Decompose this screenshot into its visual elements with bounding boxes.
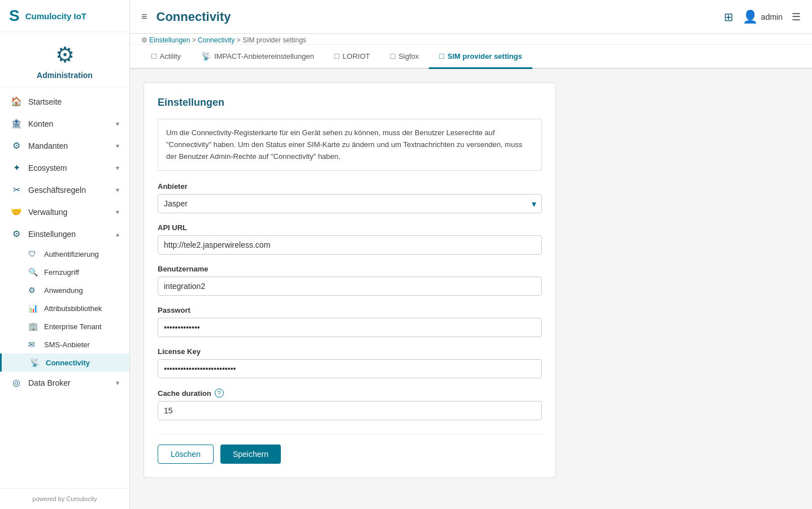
tab-loriot[interactable]: □ LORIOT	[324, 45, 380, 69]
chevron-down-icon: ▾	[116, 379, 119, 387]
chevron-down-icon: ▾	[116, 164, 119, 172]
connectivity-icon: 📡	[30, 358, 41, 367]
sidebar-item-label: Mandanten	[28, 141, 68, 150]
sidebar-sub-label: Fernzugriff	[44, 268, 79, 277]
grid-icon[interactable]: ⊞	[724, 10, 733, 24]
tab-label: Sigfox	[398, 52, 419, 61]
cache-duration-label-row: Cache duration ?	[158, 389, 542, 398]
benutzername-input[interactable]	[158, 277, 542, 296]
lines-icon[interactable]: ☰	[792, 11, 801, 23]
search-icon: 🔍	[28, 268, 40, 277]
speichern-button[interactable]: Speichern	[220, 445, 281, 464]
building-icon: 🏢	[28, 322, 40, 331]
help-icon[interactable]: ?	[215, 389, 224, 398]
breadcrumb-einstellungen[interactable]: Einstellungen	[149, 36, 190, 44]
api-url-group: API URL	[158, 223, 542, 255]
sidebar-sub-label: SMS-Anbieter	[44, 340, 90, 349]
username-label: admin	[761, 12, 783, 21]
page-content: Einstellungen Um die Connectivity-Regist…	[130, 69, 812, 509]
sidebar-item-anwendung[interactable]: ⚙ Anwendung	[0, 281, 129, 299]
sidebar-item-einstellungen[interactable]: ⚙ Einstellungen ▴	[0, 223, 129, 245]
logo-letter: S	[9, 7, 20, 25]
sidebar-item-label: Startseite	[28, 97, 62, 106]
header-right: ⊞ 👤 admin ☰	[724, 10, 801, 24]
anbieter-label: Anbieter	[158, 182, 542, 191]
sidebar-item-konten[interactable]: 🏦 Konten ▾	[0, 113, 129, 135]
top-header: ≡ Connectivity ⊞ 👤 admin ☰	[130, 0, 812, 34]
sidebar-item-startseite[interactable]: 🏠 Startseite	[0, 90, 129, 113]
anbieter-group: Anbieter Jasper Ericsson Comarch ▾	[158, 182, 542, 213]
tab-actility[interactable]: □ Actility	[141, 45, 191, 69]
tab-impact[interactable]: 📡 IMPACT-Anbietereinstellungen	[191, 45, 324, 69]
license-key-label: License Key	[158, 347, 542, 356]
anbieter-select[interactable]: Jasper Ericsson Comarch	[158, 194, 542, 213]
passwort-label: Passwort	[158, 306, 542, 314]
api-url-input[interactable]	[158, 235, 542, 255]
benutzername-group: Benutzername	[158, 265, 542, 296]
sidebar-logo[interactable]: S Cumulocity IoT	[0, 0, 129, 32]
license-key-group: License Key	[158, 347, 542, 378]
sidebar-footer: powered by Cumulocity	[0, 488, 129, 509]
tabs-bar: □ Actility 📡 IMPACT-Anbietereinstellunge…	[130, 45, 812, 69]
sidebar-item-connectivity[interactable]: 📡 Connectivity	[0, 353, 129, 372]
actility-tab-icon: □	[151, 51, 156, 61]
sidebar-sub-label: Enterprise Tenant	[44, 322, 102, 331]
sidebar-item-enterprise-tenant[interactable]: 🏢 Enterprise Tenant	[0, 317, 129, 335]
main-area: ≡ Connectivity ⊞ 👤 admin ☰ ⚙ Einstellung…	[130, 0, 812, 509]
chevron-up-icon: ▴	[116, 230, 119, 238]
content-card: Einstellungen Um die Connectivity-Regist…	[144, 83, 556, 478]
breadcrumb: ⚙ Einstellungen > Connectivity > SIM pro…	[130, 34, 812, 45]
sim-provider-tab-icon: □	[439, 51, 444, 61]
home-icon: 🏠	[10, 96, 23, 107]
gear-breadcrumb-icon: ⚙	[141, 36, 149, 44]
sidebar-item-label: Einstellungen	[28, 230, 76, 239]
tab-label: IMPACT-Anbietereinstellungen	[214, 52, 314, 61]
sidebar-item-label: Data Broker	[28, 378, 71, 387]
tab-sim-provider[interactable]: □ SIM provider settings	[429, 45, 532, 69]
chevron-down-icon: ▾	[116, 142, 119, 150]
passwort-group: Passwort	[158, 306, 542, 337]
tab-sigfox[interactable]: □ Sigfox	[380, 45, 429, 69]
user-avatar-icon: 👤	[742, 10, 758, 24]
sidebar-item-authentifizierung[interactable]: 🛡 Authentifizierung	[0, 245, 129, 263]
sidebar-item-label: Konten	[28, 119, 53, 128]
geschaeftsregeln-icon: ✂	[10, 184, 23, 195]
tab-label: Actility	[159, 52, 181, 61]
sidebar-sub-label: Anwendung	[44, 286, 83, 295]
user-menu[interactable]: 👤 admin	[742, 10, 783, 24]
cache-duration-label: Cache duration	[158, 389, 211, 398]
data-broker-icon: ◎	[10, 377, 23, 388]
loriot-tab-icon: □	[335, 51, 339, 61]
license-key-input[interactable]	[158, 359, 542, 378]
sigfox-tab-icon: □	[390, 51, 395, 61]
sidebar-item-sms-anbieter[interactable]: ✉ SMS-Anbieter	[0, 335, 129, 353]
section-title: Einstellungen	[158, 97, 542, 109]
sidebar-item-data-broker[interactable]: ◎ Data Broker ▾	[0, 372, 129, 394]
sidebar-admin-section: ⚙ Administration	[0, 32, 129, 87]
sidebar-item-ecosystem[interactable]: ✦ Ecosystem ▾	[0, 157, 129, 179]
sidebar-nav: 🏠 Startseite 🏦 Konten ▾ ⚙ Mandanten ▾ ✦ …	[0, 87, 129, 488]
anbieter-select-wrapper: Jasper Ericsson Comarch ▾	[158, 194, 542, 213]
verwaltung-icon: 🤝	[10, 206, 23, 217]
hamburger-menu-icon[interactable]: ≡	[141, 11, 147, 23]
sidebar-item-mandanten[interactable]: ⚙ Mandanten ▾	[0, 135, 129, 157]
logo-text: Cumulocity IoT	[25, 11, 86, 21]
chevron-down-icon: ▾	[116, 186, 119, 194]
page-title: Connectivity	[157, 10, 724, 24]
loeschen-button[interactable]: Löschen	[158, 445, 214, 464]
info-text: Um die Connectivity-Registerkarte für ei…	[166, 128, 522, 161]
breadcrumb-connectivity[interactable]: Connectivity	[198, 36, 235, 44]
cache-duration-input[interactable]	[158, 401, 542, 420]
sidebar: S Cumulocity IoT ⚙ Administration 🏠 Star…	[0, 0, 130, 509]
passwort-input[interactable]	[158, 318, 542, 337]
sidebar-item-label: Verwaltung	[28, 208, 67, 217]
shield-icon: 🛡	[28, 249, 40, 258]
sidebar-item-geschaeftsregeln[interactable]: ✂ Geschäftsregeln ▾	[0, 179, 129, 201]
mail-icon: ✉	[28, 340, 40, 349]
cache-duration-group: Cache duration ?	[158, 389, 542, 420]
sidebar-item-attributsbibliothek[interactable]: 📊 Attributsbibliothek	[0, 299, 129, 317]
sidebar-item-verwaltung[interactable]: 🤝 Verwaltung ▾	[0, 201, 129, 223]
sidebar-item-label: Geschäftsregeln	[28, 186, 86, 195]
breadcrumb-current: SIM provider settings	[242, 36, 306, 44]
sidebar-item-fernzugriff[interactable]: 🔍 Fernzugriff	[0, 263, 129, 281]
